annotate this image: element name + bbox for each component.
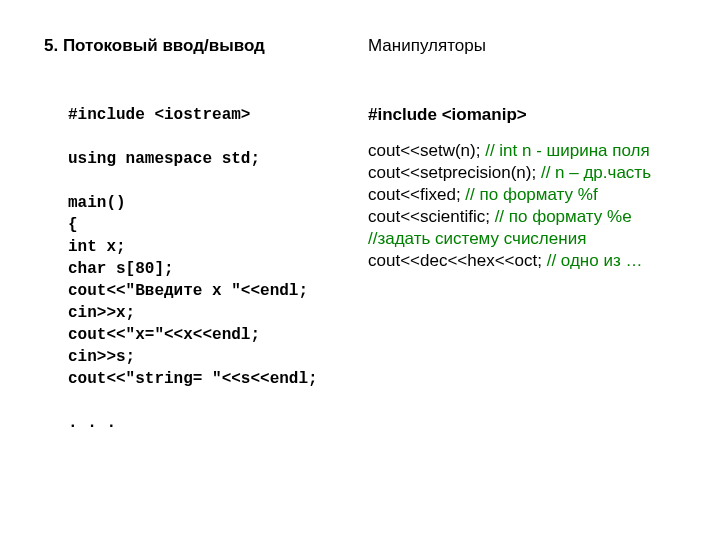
right-body: #include <iomanip> cout<<setw(n); // int… (368, 104, 708, 272)
manip-comment: // n – др.часть (541, 163, 651, 182)
manip-comment: // по формату %f (465, 185, 597, 204)
manip-code: cout<<setprecision(n); (368, 163, 541, 182)
manip-comment: // по формату %e (495, 207, 632, 226)
right-include-line: #include <iomanip> (368, 104, 708, 126)
manip-code: cout<<dec<<hex<<oct; (368, 251, 547, 270)
right-heading: Манипуляторы (368, 36, 708, 56)
slide: 5. Потоковый ввод/вывод #include <iostre… (0, 0, 720, 540)
left-column: 5. Потоковый ввод/вывод #include <iostre… (44, 36, 364, 434)
manip-code: cout<<scientific; (368, 207, 495, 226)
manip-line: cout<<setprecision(n); // n – др.часть (368, 162, 708, 184)
manip-code: cout<<setw(n); (368, 141, 485, 160)
manip-line: cout<<setw(n); // int n - ширина поля (368, 140, 708, 162)
manip-comment: //задать систему счисления (368, 229, 586, 248)
right-column: Манипуляторы #include <iomanip> cout<<se… (368, 36, 708, 272)
manip-comment: // int n - ширина поля (485, 141, 649, 160)
manip-line: cout<<fixed; // по формату %f (368, 184, 708, 206)
manip-line: //задать систему счисления (368, 228, 708, 250)
manip-comment: // одно из … (547, 251, 643, 270)
left-heading: 5. Потоковый ввод/вывод (44, 36, 364, 56)
manip-code: cout<<fixed; (368, 185, 465, 204)
left-code-block: #include <iostream> using namespace std;… (68, 104, 364, 434)
manip-line: cout<<dec<<hex<<oct; // одно из … (368, 250, 708, 272)
manip-line: cout<<scientific; // по формату %e (368, 206, 708, 228)
